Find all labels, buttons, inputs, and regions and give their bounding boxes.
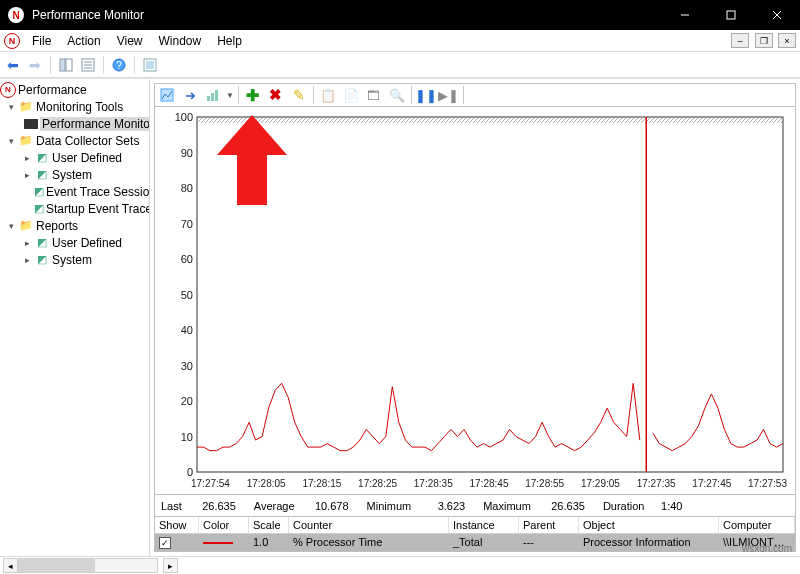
window-controls xyxy=(662,0,800,30)
properties-icon[interactable] xyxy=(79,56,97,74)
svg-rect-14 xyxy=(161,89,173,101)
stats-duration-value: 1:40 xyxy=(648,500,682,512)
mmc-app-icon: N xyxy=(4,33,20,49)
show-checkbox[interactable]: ✓ xyxy=(159,537,171,549)
menu-help[interactable]: Help xyxy=(209,32,250,50)
menu-window[interactable]: Window xyxy=(151,32,210,50)
scroll-thumb[interactable] xyxy=(19,559,95,572)
x-tick-label: 17:27:54 xyxy=(191,478,230,494)
folder-icon: 📁 xyxy=(18,99,34,115)
collapse-icon[interactable]: ▾ xyxy=(4,136,18,146)
counter-row[interactable]: ✓ 1.0 % Processor Time _Total --- Proces… xyxy=(155,534,795,551)
navigation-tree[interactable]: N Performance ▾ 📁 Monitoring Tools Perfo… xyxy=(0,79,150,556)
expand-icon[interactable]: ▸ xyxy=(20,255,34,265)
scroll-right-icon[interactable]: ▸ xyxy=(163,558,178,573)
tree-reports-user-defined[interactable]: ▸ ◩ User Defined xyxy=(0,234,149,251)
main-body: N Performance ▾ 📁 Monitoring Tools Perfo… xyxy=(0,78,800,556)
col-color[interactable]: Color xyxy=(199,517,249,533)
update-icon[interactable]: ▶❚ xyxy=(439,85,459,105)
action-icon[interactable] xyxy=(141,56,159,74)
zoom-icon[interactable]: 🔍 xyxy=(387,85,407,105)
close-button[interactable] xyxy=(754,0,800,30)
collapse-icon[interactable]: ▾ xyxy=(4,221,18,231)
svg-rect-19 xyxy=(197,117,783,123)
chart-plot[interactable]: 0102030405060708090100 xyxy=(163,113,787,476)
x-tick-label: 17:27:35 xyxy=(637,478,676,494)
tree-label: Startup Event Trace Sessions xyxy=(46,202,150,216)
back-icon[interactable]: ⬅ xyxy=(4,56,22,74)
highlight-button[interactable]: ✎ xyxy=(289,85,309,105)
forward-icon[interactable]: ➡ xyxy=(26,56,44,74)
show-hide-tree-icon[interactable] xyxy=(57,56,75,74)
tree-dcs-system[interactable]: ▸ ◩ System xyxy=(0,166,149,183)
menu-file[interactable]: File xyxy=(24,32,59,50)
view-current-icon[interactable] xyxy=(157,85,177,105)
stats-last-value: 26.635 xyxy=(186,500,236,512)
pause-icon[interactable]: ❚❚ xyxy=(416,85,436,105)
tree-reports[interactable]: ▾ 📁 Reports xyxy=(0,217,149,234)
trace-icon: ◩ xyxy=(34,201,44,217)
minimize-button[interactable] xyxy=(662,0,708,30)
svg-rect-4 xyxy=(60,59,65,71)
tree-reports-system[interactable]: ▸ ◩ System xyxy=(0,251,149,268)
stats-average-label: Average xyxy=(254,500,295,512)
svg-text:?: ? xyxy=(116,60,122,71)
content-pane: ➜ ▼ ✚ ✖ ✎ 📋 📄 🗔 🔍 ❚❚ ▶❚ 0102030405060708… xyxy=(150,79,800,556)
color-swatch xyxy=(203,542,233,544)
expand-icon[interactable]: ▸ xyxy=(20,153,34,163)
add-counter-button[interactable]: ✚ xyxy=(243,85,263,105)
mdi-close-button[interactable]: × xyxy=(778,33,796,48)
cell-parent: --- xyxy=(519,534,579,551)
user-defined-icon: ◩ xyxy=(34,235,50,251)
tree-performance[interactable]: N Performance xyxy=(0,81,149,98)
paste-props-icon[interactable]: 📄 xyxy=(341,85,361,105)
graph-type-dropdown[interactable] xyxy=(203,85,223,105)
tree-dcs-event-trace[interactable]: ◩ Event Trace Sessions xyxy=(0,183,149,200)
tree-horizontal-scrollbar[interactable]: ◂ ▸ xyxy=(0,556,800,574)
col-counter[interactable]: Counter xyxy=(289,517,449,533)
col-computer[interactable]: Computer xyxy=(719,517,795,533)
x-tick-label: 17:28:55 xyxy=(525,478,564,494)
menu-view[interactable]: View xyxy=(109,32,151,50)
mdi-restore-button[interactable]: ❐ xyxy=(755,33,773,48)
col-instance[interactable]: Instance xyxy=(449,517,519,533)
tree-dcs-user-defined[interactable]: ▸ ◩ User Defined xyxy=(0,149,149,166)
tree-performance-monitor[interactable]: Performance Monitor xyxy=(0,115,149,132)
help-icon[interactable]: ? xyxy=(110,56,128,74)
tree-label: Performance Monitor xyxy=(40,117,150,131)
menu-action[interactable]: Action xyxy=(59,32,108,50)
counter-table[interactable]: Show Color Scale Counter Instance Parent… xyxy=(154,517,796,552)
svg-rect-5 xyxy=(66,59,72,71)
tree-data-collector-sets[interactable]: ▾ 📁 Data Collector Sets xyxy=(0,132,149,149)
expand-icon[interactable]: ▸ xyxy=(20,238,34,248)
tree-label: Reports xyxy=(36,219,78,233)
tree-label: Monitoring Tools xyxy=(36,100,123,114)
folder-icon: 📁 xyxy=(18,133,34,149)
scroll-left-icon[interactable]: ◂ xyxy=(3,558,18,573)
view-log-icon[interactable]: ➜ xyxy=(180,85,200,105)
mdi-window-controls: – ❐ × xyxy=(729,33,796,49)
stats-maximum-value: 26.635 xyxy=(535,500,585,512)
col-scale[interactable]: Scale xyxy=(249,517,289,533)
cell-scale: 1.0 xyxy=(249,534,289,551)
remove-counter-button[interactable]: ✖ xyxy=(266,85,286,105)
copy-props-icon[interactable]: 📋 xyxy=(318,85,338,105)
title-bar: N Performance Monitor xyxy=(0,0,800,30)
tree-label: Event Trace Sessions xyxy=(46,185,150,199)
expand-icon[interactable]: ▸ xyxy=(20,170,34,180)
mdi-minimize-button[interactable]: – xyxy=(731,33,749,48)
x-tick-label: 17:27:45 xyxy=(692,478,731,494)
system-icon: ◩ xyxy=(34,252,50,268)
scroll-track[interactable] xyxy=(18,558,158,573)
col-parent[interactable]: Parent xyxy=(519,517,579,533)
x-tick-label: 17:28:25 xyxy=(358,478,397,494)
dropdown-caret-icon[interactable]: ▼ xyxy=(226,91,234,100)
maximize-button[interactable] xyxy=(708,0,754,30)
cell-show[interactable]: ✓ xyxy=(155,534,199,551)
col-object[interactable]: Object xyxy=(579,517,719,533)
properties-button[interactable]: 🗔 xyxy=(364,85,384,105)
collapse-icon[interactable]: ▾ xyxy=(4,102,18,112)
tree-monitoring-tools[interactable]: ▾ 📁 Monitoring Tools xyxy=(0,98,149,115)
col-show[interactable]: Show xyxy=(155,517,199,533)
tree-dcs-startup-event-trace[interactable]: ◩ Startup Event Trace Sessions xyxy=(0,200,149,217)
